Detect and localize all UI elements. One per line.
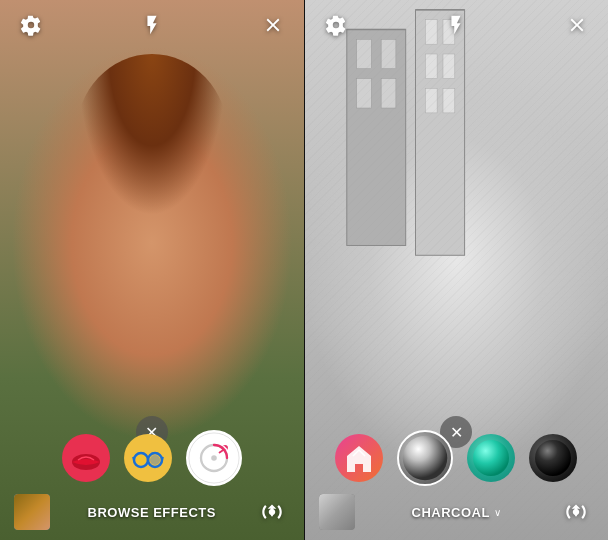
close-icon-left — [262, 14, 284, 36]
effects-row-left — [62, 430, 242, 486]
settings-button-right[interactable] — [321, 10, 351, 40]
settings-icon-left — [20, 14, 42, 36]
top-bar-left — [0, 0, 304, 50]
flash-icon-right — [445, 14, 467, 36]
close-button-right[interactable] — [562, 10, 592, 40]
svg-point-6 — [136, 455, 146, 465]
dark-effect-icon — [533, 438, 573, 478]
dark-effect-button[interactable] — [529, 434, 577, 482]
browse-label: BROWSE EFFECTS — [88, 505, 216, 520]
bottom-row-left: BROWSE EFFECTS — [0, 494, 304, 530]
teal-effect-button[interactable] — [467, 434, 515, 482]
browse-effects-icon — [188, 432, 240, 484]
svg-line-4 — [133, 457, 134, 460]
flash-button-right[interactable] — [441, 10, 471, 40]
svg-point-10 — [211, 455, 217, 461]
hair-overlay — [76, 54, 228, 216]
sphere-icon — [399, 432, 451, 484]
gallery-thumbnail-left[interactable] — [14, 494, 50, 530]
teal-effect-icon — [471, 438, 511, 478]
home-effect-icon — [339, 438, 379, 478]
browse-effects-button[interactable] — [186, 430, 242, 486]
flip-icon-right — [563, 499, 589, 525]
lips-effect-button[interactable] — [62, 434, 110, 482]
effects-row-right — [335, 430, 577, 486]
svg-line-5 — [162, 457, 163, 460]
flash-button-left[interactable] — [137, 10, 167, 40]
svg-point-28 — [535, 440, 571, 476]
close-icon-right — [566, 14, 588, 36]
close-button-left[interactable] — [258, 10, 288, 40]
bottom-row-right: CHARCOAL ∨ — [305, 494, 609, 530]
svg-point-7 — [150, 455, 160, 465]
chevron-down-icon: ∨ — [494, 507, 501, 518]
flip-camera-button-left[interactable] — [254, 494, 290, 530]
filter-name-label[interactable]: CHARCOAL ∨ — [412, 505, 501, 520]
flash-icon-left — [141, 14, 163, 36]
left-camera-panel: ✕ — [0, 0, 304, 540]
flip-camera-button-right[interactable] — [558, 494, 594, 530]
home-effect-button[interactable] — [335, 434, 383, 482]
flip-icon-left — [259, 499, 285, 525]
top-bar-right — [305, 0, 609, 50]
glasses-effect-button[interactable] — [124, 434, 172, 482]
lips-icon — [66, 438, 106, 478]
glasses-icon — [128, 438, 168, 478]
svg-point-26 — [403, 436, 448, 481]
bottom-bar-left: BROWSE EFFECTS — [0, 450, 304, 540]
charcoal-text: CHARCOAL — [412, 505, 490, 520]
settings-icon-right — [325, 14, 347, 36]
bottom-bar-right: CHARCOAL ∨ — [305, 450, 609, 540]
right-camera-panel: ✕ — [305, 0, 609, 540]
sphere-effect-button[interactable] — [397, 430, 453, 486]
svg-point-27 — [473, 440, 509, 476]
gallery-thumbnail-right[interactable] — [319, 494, 355, 530]
settings-button-left[interactable] — [16, 10, 46, 40]
